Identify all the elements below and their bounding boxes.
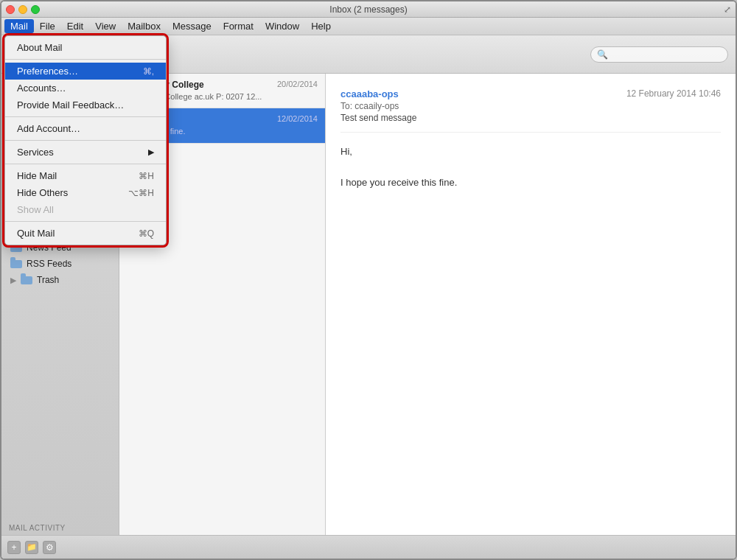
email-to: To: ccaaily-ops xyxy=(340,101,721,111)
gear-icon: ⚙ xyxy=(46,542,54,553)
sidebar-item-rss-feeds[interactable]: RSS Feeds xyxy=(4,256,116,271)
dropdown-item-preferences[interactable]: Preferences… ⌘, xyxy=(5,63,166,80)
submenu-arrow: ▶ xyxy=(148,147,154,157)
dropdown-separator-5 xyxy=(5,221,166,222)
title-bar: Inbox (2 messages) ⤢ xyxy=(1,1,736,18)
dropdown-item-show-all: Show All xyxy=(5,201,166,218)
minimize-button[interactable] xyxy=(18,5,27,14)
trash-label: Trash xyxy=(37,275,59,285)
message-date-2: 12/02/2014 xyxy=(277,114,318,123)
maximize-button[interactable] xyxy=(31,5,40,14)
email-body: 12 February 2014 10:46 ccaaaba-ops To: c… xyxy=(326,74,736,535)
folder-action-icon: 📁 xyxy=(27,542,37,552)
mail-activity-label: MAIL ACTIVITY xyxy=(1,521,119,535)
menu-item-window[interactable]: Window xyxy=(259,19,305,33)
email-subject: Test send message xyxy=(340,113,721,123)
trash-icon xyxy=(21,276,32,284)
expand-button[interactable]: ⤢ xyxy=(724,4,731,15)
search-icon: 🔍 xyxy=(597,49,608,60)
dropdown-separator-1 xyxy=(5,59,166,60)
sidebar-item-trash[interactable]: ▶ Trash xyxy=(4,273,116,287)
email-body-line-1: Hi, xyxy=(340,144,721,160)
menu-item-view[interactable]: View xyxy=(89,19,122,33)
trash-expand: ▶ xyxy=(10,276,16,285)
dropdown-separator-3 xyxy=(5,140,166,141)
menu-item-help[interactable]: Help xyxy=(305,19,337,33)
close-button[interactable] xyxy=(6,5,15,14)
traffic-lights xyxy=(6,5,40,14)
email-content: Hi, I hope you receive this fine. xyxy=(340,144,721,190)
menu-item-message[interactable]: Message xyxy=(167,19,217,33)
add-icon: + xyxy=(11,542,16,553)
add-mailbox-button[interactable]: + xyxy=(7,541,21,554)
dropdown-item-quit-mail[interactable]: Quit Mail ⌘Q xyxy=(5,225,166,242)
app-window: Inbox (2 messages) ⤢ Mail File Edit View… xyxy=(0,0,737,560)
search-input[interactable] xyxy=(611,49,722,60)
mail-dropdown-menu: About Mail Preferences… ⌘, Accounts… Pro… xyxy=(4,35,167,245)
email-header: 12 February 2014 10:46 ccaaaba-ops To: c… xyxy=(340,88,721,133)
dropdown-item-hide-mail[interactable]: Hide Mail ⌘H xyxy=(5,167,166,184)
email-date: 12 February 2014 10:46 xyxy=(626,88,721,99)
dropdown-item-services[interactable]: Services ▶ xyxy=(5,144,166,161)
gear-button[interactable]: ⚙ xyxy=(43,541,56,554)
menu-item-format[interactable]: Format xyxy=(217,19,259,33)
menu-item-mail[interactable]: Mail xyxy=(4,19,34,33)
menu-item-edit[interactable]: Edit xyxy=(61,19,89,33)
rss-feeds-label: RSS Feeds xyxy=(27,259,71,269)
dropdown-item-add-account[interactable]: Add Account… xyxy=(5,120,166,137)
menu-item-mailbox[interactable]: Mailbox xyxy=(122,19,167,33)
dropdown-separator-4 xyxy=(5,164,166,164)
dropdown-item-accounts[interactable]: Accounts… xyxy=(5,80,166,97)
bottom-bar: + 📁 ⚙ xyxy=(1,535,736,559)
dropdown-item-hide-others[interactable]: Hide Others ⌥⌘H xyxy=(5,184,166,201)
window-title: Inbox (2 messages) xyxy=(329,4,407,15)
message-date-1: 20/02/2014 xyxy=(277,80,318,88)
search-bar[interactable]: 🔍 xyxy=(590,46,728,63)
rss-feeds-icon xyxy=(10,260,22,268)
dropdown-separator-2 xyxy=(5,116,166,117)
folder-action-button[interactable]: 📁 xyxy=(25,541,38,554)
dropdown-item-about[interactable]: About Mail xyxy=(5,39,166,56)
email-body-line-3: I hope you receive this fine. xyxy=(340,175,721,191)
sidebar-spacer xyxy=(1,288,119,521)
menu-item-file[interactable]: File xyxy=(34,19,61,33)
menu-bar: Mail File Edit View Mailbox Message Form… xyxy=(1,18,736,35)
dropdown-item-feedback[interactable]: Provide Mail Feedback… xyxy=(5,97,166,113)
